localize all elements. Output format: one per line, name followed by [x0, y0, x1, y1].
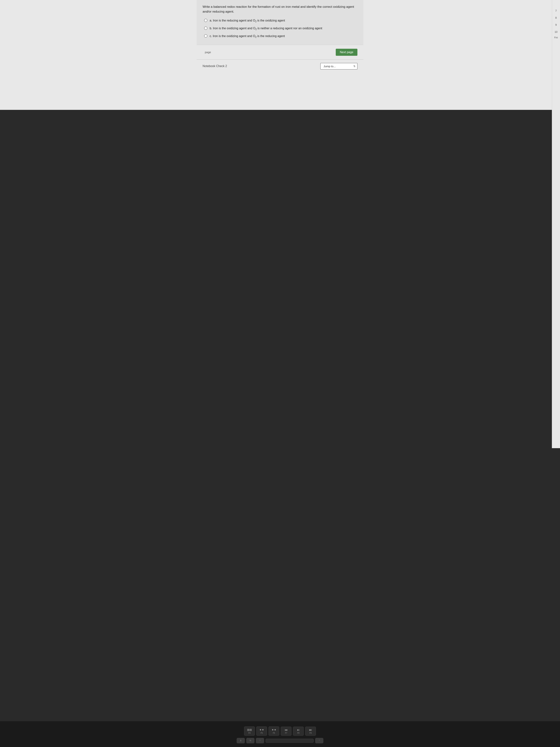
percent-label: %: [250, 740, 251, 742]
radio-a[interactable]: [204, 19, 207, 22]
prev-page-button[interactable]: page: [203, 49, 213, 55]
key-caret[interactable]: ^: [256, 738, 264, 743]
options-list: a. Iron is the reducing agent and O2 is …: [203, 18, 357, 39]
radio-c[interactable]: [204, 34, 207, 37]
key-percent[interactable]: %: [246, 738, 255, 743]
key-f6[interactable]: ✦✦ F6: [268, 726, 279, 736]
right-sidebar: 7 8 9 10 Fini: [552, 0, 560, 448]
degree-label: °: [319, 740, 320, 742]
caret-label: ^: [260, 740, 261, 742]
key-f5[interactable]: ✦✦ F5: [256, 726, 267, 736]
f6-icon: ✦✦: [271, 728, 276, 731]
sidebar-num-10[interactable]: 10: [553, 28, 559, 35]
keyboard-area: ⊞⊞ F4 ✦✦ F5 ✦✦ F6 ⏮ F7 ⏯ F8 ⏭ F9 $ %: [0, 721, 560, 747]
f4-label: F4: [248, 732, 250, 734]
sidebar-num-9[interactable]: 9: [553, 22, 559, 28]
question-block: Write a balanced redox reaction for the …: [197, 0, 363, 45]
key-f4[interactable]: ⊞⊞ F4: [244, 726, 255, 736]
option-a-label: a. Iron is the reducing agent and O2 is …: [210, 18, 285, 23]
keyboard-bottom-row: $ % ^ °: [237, 738, 323, 743]
key-f7[interactable]: ⏮ F7: [281, 727, 292, 736]
f6-label: F6: [273, 732, 275, 734]
jump-to-select-wrapper: Jump to... Page 1 Page 2 Page 3 Page 4 P…: [320, 63, 357, 70]
f5-label: F5: [261, 732, 263, 734]
spacer: [197, 73, 363, 110]
keyboard-fn-row: ⊞⊞ F4 ✦✦ F5 ✦✦ F6 ⏮ F7 ⏯ F8 ⏭ F9: [244, 726, 316, 736]
f8-icon: ⏯: [297, 728, 300, 731]
f7-icon: ⏮: [285, 728, 288, 731]
sidebar-num-7[interactable]: 7: [553, 7, 559, 14]
dollar-label: $: [240, 740, 241, 742]
f9-icon: ⏭: [309, 728, 312, 731]
key-dollar[interactable]: $: [237, 738, 245, 743]
option-a[interactable]: a. Iron is the reducing agent and O2 is …: [204, 18, 357, 23]
jump-to-select[interactable]: Jump to... Page 1 Page 2 Page 3 Page 4 P…: [320, 63, 357, 70]
f8-label: F8: [297, 732, 299, 734]
key-f8[interactable]: ⏯ F8: [293, 727, 304, 736]
next-page-button[interactable]: Next page: [336, 49, 357, 56]
f7-label: F7: [285, 732, 287, 734]
jump-to-wrapper: Jump to... Page 1 Page 2 Page 3 Page 4 P…: [320, 63, 357, 70]
option-c[interactable]: c. Iron is the oxidizing agent and O2 is…: [204, 34, 357, 39]
option-c-label: c. Iron is the oxidizing agent and O2 is…: [210, 34, 285, 39]
option-b[interactable]: b. Iron is the oxidizing agent and O2 is…: [204, 26, 357, 31]
sidebar-finish[interactable]: Fini: [554, 35, 558, 40]
key-f9[interactable]: ⏭ F9: [305, 727, 316, 736]
f5-icon: ✦✦: [259, 728, 264, 731]
f9-label: F9: [310, 732, 312, 734]
radio-b[interactable]: [204, 26, 207, 30]
sidebar-num-8[interactable]: 8: [553, 15, 559, 21]
notebook-label: Notebook Check 2: [203, 65, 227, 68]
option-b-label: b. Iron is the oxidizing agent and O2 is…: [210, 26, 322, 31]
question-text: Write a balanced redox reaction for the …: [203, 4, 357, 14]
key-degree[interactable]: °: [315, 738, 323, 743]
f4-icon: ⊞⊞: [247, 728, 252, 731]
bottom-bar: Notebook Check 2 Jump to... Page 1 Page …: [197, 59, 363, 73]
nav-bar: page Next page: [197, 45, 363, 59]
key-spacebar[interactable]: [266, 739, 314, 743]
